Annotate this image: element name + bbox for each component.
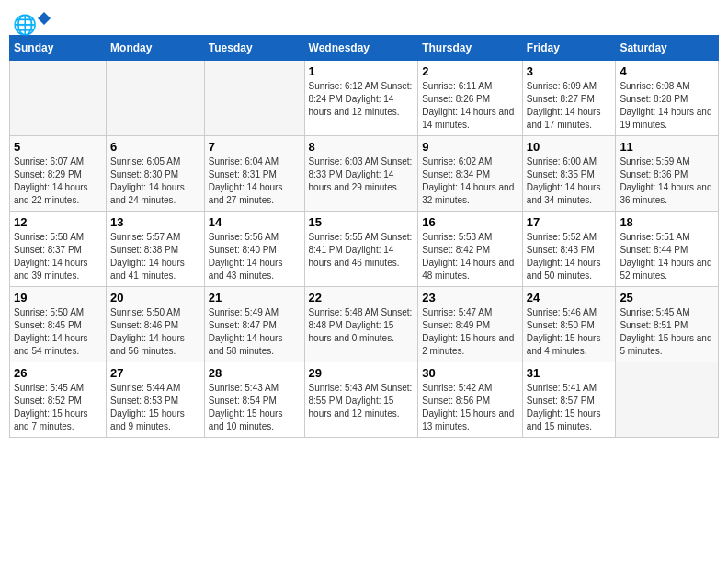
day-info: Sunrise: 6:07 AM Sunset: 8:29 PM Dayligh… [14, 155, 102, 207]
day-number: 30 [422, 366, 518, 380]
calendar-cell: 15Sunrise: 5:55 AM Sunset: 8:41 PM Dayli… [304, 212, 418, 287]
day-info: Sunrise: 6:05 AM Sunset: 8:30 PM Dayligh… [110, 155, 200, 207]
day-number: 22 [309, 291, 415, 304]
day-header-tuesday: Tuesday [204, 36, 304, 61]
day-header-saturday: Saturday [616, 36, 719, 61]
day-info: Sunrise: 5:46 AM Sunset: 8:50 PM Dayligh… [527, 306, 612, 358]
calendar-cell [107, 61, 205, 136]
day-number: 3 [527, 64, 612, 78]
calendar-cell: 3Sunrise: 6:09 AM Sunset: 8:27 PM Daylig… [522, 61, 616, 136]
calendar-cell: 16Sunrise: 5:53 AM Sunset: 8:42 PM Dayli… [418, 212, 523, 287]
day-number: 31 [527, 366, 612, 380]
day-number: 7 [209, 140, 301, 154]
day-info: Sunrise: 5:42 AM Sunset: 8:56 PM Dayligh… [422, 382, 518, 433]
calendar-cell [10, 61, 107, 136]
day-info: Sunrise: 5:50 AM Sunset: 8:46 PM Dayligh… [110, 306, 200, 358]
day-header-friday: Friday [522, 36, 616, 61]
calendar-cell: 19Sunrise: 5:50 AM Sunset: 8:45 PM Dayli… [10, 287, 107, 362]
calendar-cell: 24Sunrise: 5:46 AM Sunset: 8:50 PM Dayli… [522, 287, 616, 362]
day-info: Sunrise: 5:49 AM Sunset: 8:47 PM Dayligh… [209, 306, 301, 358]
day-info: Sunrise: 6:00 AM Sunset: 8:35 PM Dayligh… [527, 155, 612, 207]
day-number: 1 [309, 64, 415, 78]
day-number: 29 [309, 366, 415, 380]
day-number: 8 [309, 140, 415, 154]
day-number: 13 [110, 215, 200, 229]
day-info: Sunrise: 5:45 AM Sunset: 8:51 PM Dayligh… [620, 306, 714, 358]
day-number: 20 [110, 291, 200, 304]
calendar-body: 1Sunrise: 6:12 AM Sunset: 8:24 PM Daylig… [10, 61, 719, 438]
day-number: 19 [14, 291, 102, 304]
day-info: Sunrise: 6:02 AM Sunset: 8:34 PM Dayligh… [422, 155, 518, 207]
day-number: 15 [309, 215, 415, 229]
day-info: Sunrise: 5:43 AM Sunset: 8:54 PM Dayligh… [209, 382, 301, 433]
day-info: Sunrise: 6:09 AM Sunset: 8:27 PM Dayligh… [527, 80, 612, 132]
day-info: Sunrise: 6:11 AM Sunset: 8:26 PM Dayligh… [422, 80, 518, 132]
day-info: Sunrise: 5:43 AM Sunset: 8:55 PM Dayligh… [309, 382, 415, 420]
calendar-week-row: 12Sunrise: 5:58 AM Sunset: 8:37 PM Dayli… [10, 212, 719, 287]
calendar-cell: 27Sunrise: 5:44 AM Sunset: 8:53 PM Dayli… [107, 362, 205, 438]
calendar-cell: 21Sunrise: 5:49 AM Sunset: 8:47 PM Dayli… [204, 287, 304, 362]
calendar-cell: 1Sunrise: 6:12 AM Sunset: 8:24 PM Daylig… [304, 61, 418, 136]
calendar-cell [204, 61, 304, 136]
calendar-cell: 7Sunrise: 6:04 AM Sunset: 8:31 PM Daylig… [204, 136, 304, 212]
day-info: Sunrise: 5:44 AM Sunset: 8:53 PM Dayligh… [110, 382, 200, 433]
calendar-cell: 10Sunrise: 6:00 AM Sunset: 8:35 PM Dayli… [522, 136, 616, 212]
calendar-cell: 13Sunrise: 5:57 AM Sunset: 8:38 PM Dayli… [107, 212, 205, 287]
calendar-cell: 11Sunrise: 5:59 AM Sunset: 8:36 PM Dayli… [616, 136, 719, 212]
calendar-cell: 8Sunrise: 6:03 AM Sunset: 8:33 PM Daylig… [304, 136, 418, 212]
day-info: Sunrise: 5:52 AM Sunset: 8:43 PM Dayligh… [527, 231, 612, 282]
calendar-cell: 26Sunrise: 5:45 AM Sunset: 8:52 PM Dayli… [10, 362, 107, 438]
day-info: Sunrise: 5:51 AM Sunset: 8:44 PM Dayligh… [620, 231, 714, 282]
day-info: Sunrise: 5:50 AM Sunset: 8:45 PM Dayligh… [14, 306, 102, 358]
day-number: 11 [620, 140, 714, 154]
day-info: Sunrise: 6:12 AM Sunset: 8:24 PM Dayligh… [309, 80, 415, 119]
day-number: 28 [209, 366, 301, 380]
calendar-table: SundayMondayTuesdayWednesdayThursdayFrid… [9, 35, 719, 438]
day-header-wednesday: Wednesday [304, 36, 418, 61]
day-info: Sunrise: 5:57 AM Sunset: 8:38 PM Dayligh… [110, 231, 200, 282]
day-info: Sunrise: 5:59 AM Sunset: 8:36 PM Dayligh… [620, 155, 714, 207]
day-number: 4 [620, 64, 714, 78]
svg-text:🌐: 🌐 [13, 13, 38, 37]
calendar-cell: 12Sunrise: 5:58 AM Sunset: 8:37 PM Dayli… [10, 212, 107, 287]
logo: 🌐 [13, 9, 53, 28]
day-number: 23 [422, 291, 518, 304]
day-number: 21 [209, 291, 301, 304]
day-info: Sunrise: 5:55 AM Sunset: 8:41 PM Dayligh… [309, 231, 415, 270]
calendar-cell: 6Sunrise: 6:05 AM Sunset: 8:30 PM Daylig… [107, 136, 205, 212]
day-info: Sunrise: 5:45 AM Sunset: 8:52 PM Dayligh… [14, 382, 102, 433]
calendar-cell: 14Sunrise: 5:56 AM Sunset: 8:40 PM Dayli… [204, 212, 304, 287]
day-number: 9 [422, 140, 518, 154]
logo-icon: 🌐 [13, 9, 31, 28]
day-number: 2 [422, 64, 518, 78]
svg-marker-1 [38, 12, 51, 25]
calendar-cell [616, 362, 719, 438]
calendar-cell: 9Sunrise: 6:02 AM Sunset: 8:34 PM Daylig… [418, 136, 523, 212]
day-info: Sunrise: 5:53 AM Sunset: 8:42 PM Dayligh… [422, 231, 518, 282]
day-number: 6 [110, 140, 200, 154]
day-info: Sunrise: 5:41 AM Sunset: 8:57 PM Dayligh… [527, 382, 612, 433]
day-info: Sunrise: 6:03 AM Sunset: 8:33 PM Dayligh… [309, 155, 415, 194]
calendar-week-row: 19Sunrise: 5:50 AM Sunset: 8:45 PM Dayli… [10, 287, 719, 362]
day-info: Sunrise: 5:48 AM Sunset: 8:48 PM Dayligh… [309, 306, 415, 345]
day-info: Sunrise: 6:08 AM Sunset: 8:28 PM Dayligh… [620, 80, 714, 132]
day-number: 16 [422, 215, 518, 229]
calendar-cell: 23Sunrise: 5:47 AM Sunset: 8:49 PM Dayli… [418, 287, 523, 362]
day-info: Sunrise: 5:56 AM Sunset: 8:40 PM Dayligh… [209, 231, 301, 282]
calendar-week-row: 26Sunrise: 5:45 AM Sunset: 8:52 PM Dayli… [10, 362, 719, 438]
day-info: Sunrise: 6:04 AM Sunset: 8:31 PM Dayligh… [209, 155, 301, 207]
day-number: 17 [527, 215, 612, 229]
day-number: 24 [527, 291, 612, 304]
day-number: 25 [620, 291, 714, 304]
calendar-week-row: 1Sunrise: 6:12 AM Sunset: 8:24 PM Daylig… [10, 61, 719, 136]
page-header: 🌐 [9, 9, 719, 28]
calendar-cell: 5Sunrise: 6:07 AM Sunset: 8:29 PM Daylig… [10, 136, 107, 212]
calendar-cell: 25Sunrise: 5:45 AM Sunset: 8:51 PM Dayli… [616, 287, 719, 362]
calendar-cell: 17Sunrise: 5:52 AM Sunset: 8:43 PM Dayli… [522, 212, 616, 287]
calendar-cell: 2Sunrise: 6:11 AM Sunset: 8:26 PM Daylig… [418, 61, 523, 136]
calendar-cell: 28Sunrise: 5:43 AM Sunset: 8:54 PM Dayli… [204, 362, 304, 438]
day-info: Sunrise: 5:58 AM Sunset: 8:37 PM Dayligh… [14, 231, 102, 282]
day-number: 12 [14, 215, 102, 229]
day-number: 27 [110, 366, 200, 380]
calendar-cell: 22Sunrise: 5:48 AM Sunset: 8:48 PM Dayli… [304, 287, 418, 362]
